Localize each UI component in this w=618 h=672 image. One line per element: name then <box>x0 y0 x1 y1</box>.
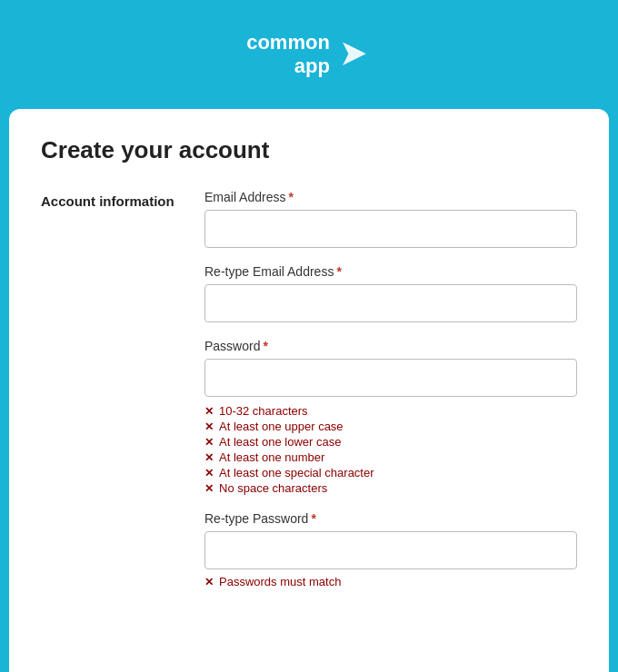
email-field-group: Email Address * <box>204 190 577 248</box>
validation-item-0: ✕ 10-32 characters <box>204 404 577 418</box>
validation-text-3: At least one number <box>219 450 324 464</box>
validation-text-1: At least one upper case <box>219 420 344 433</box>
validation-item-3: ✕ At least one number <box>204 450 577 464</box>
logo-line2: app <box>294 54 330 77</box>
retype-email-input[interactable] <box>204 284 577 322</box>
email-label: Email Address * <box>204 190 577 204</box>
x-icon-3: ✕ <box>204 452 214 463</box>
email-input[interactable] <box>204 210 577 248</box>
logo-line1: common <box>246 31 330 54</box>
x-icon-2: ✕ <box>204 437 214 448</box>
section-label: Account information <box>41 190 186 605</box>
passwords-match-x-icon: ✕ <box>204 577 214 588</box>
logo-container: common app <box>246 31 372 79</box>
logo-icon <box>335 36 372 73</box>
validation-item-5: ✕ No space characters <box>204 481 577 495</box>
retype-email-field-group: Re-type Email Address * <box>204 264 577 322</box>
x-icon-0: ✕ <box>204 406 214 417</box>
retype-password-label: Re-type Password * <box>204 511 577 526</box>
fields-container: Email Address * Re-type Email Address * … <box>204 190 577 605</box>
validation-item-4: ✕ At least one special character <box>204 466 577 479</box>
password-required-marker: * <box>263 339 267 353</box>
header: common app <box>0 0 618 109</box>
x-icon-5: ✕ <box>204 483 214 494</box>
retype-password-input[interactable] <box>204 531 577 569</box>
validation-text-5: No space characters <box>219 481 327 495</box>
retype-password-field-group: Re-type Password * ✕ Passwords must matc… <box>204 511 577 588</box>
passwords-match-text: Passwords must match <box>219 575 341 588</box>
validation-text-0: 10-32 characters <box>219 404 308 418</box>
page-title: Create your account <box>41 136 577 164</box>
validation-text-2: At least one lower case <box>219 435 341 449</box>
x-icon-4: ✕ <box>204 468 214 479</box>
password-validation-list: ✕ 10-32 characters ✕ At least one upper … <box>204 404 577 495</box>
retype-password-required-marker: * <box>311 511 315 526</box>
logo-text: common app <box>246 31 330 79</box>
validation-text-4: At least one special character <box>219 466 374 479</box>
retype-email-required-marker: * <box>336 264 341 279</box>
validation-item-1: ✕ At least one upper case <box>204 420 577 433</box>
form-section: Account information Email Address * Re-t… <box>41 190 577 605</box>
password-field-group: Password * ✕ 10-32 characters ✕ At least… <box>204 339 577 495</box>
validation-item-2: ✕ At least one lower case <box>204 435 577 449</box>
password-label: Password * <box>204 339 577 353</box>
email-required-marker: * <box>288 190 293 204</box>
x-icon-1: ✕ <box>204 421 214 432</box>
passwords-match-note: ✕ Passwords must match <box>204 575 577 588</box>
password-input[interactable] <box>204 359 577 397</box>
retype-email-label: Re-type Email Address * <box>204 264 577 279</box>
main-card: Create your account Account information … <box>9 109 609 672</box>
